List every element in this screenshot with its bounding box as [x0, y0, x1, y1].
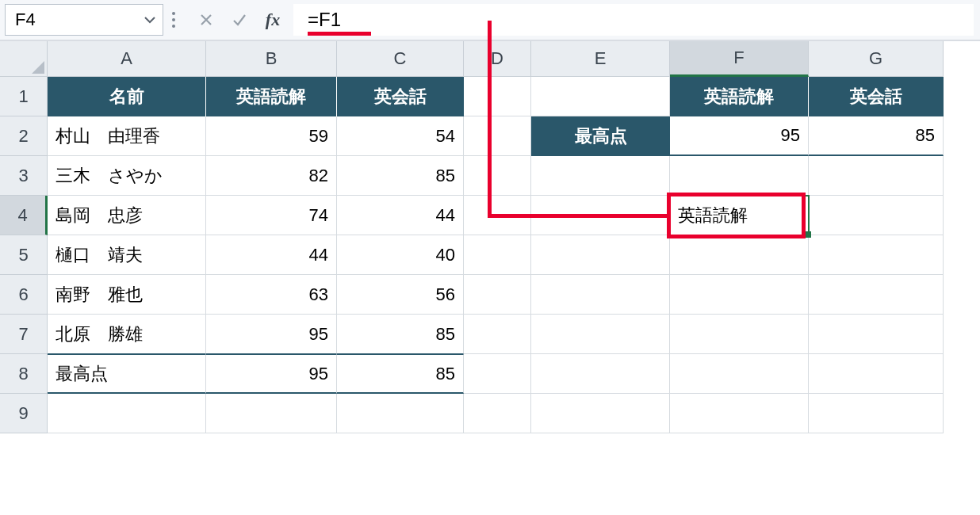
cell-D3[interactable] [464, 156, 531, 196]
cell-D7[interactable] [464, 315, 531, 354]
formula-text: =F1 [308, 9, 341, 31]
column-header-B[interactable]: B [206, 41, 337, 77]
column-header-A[interactable]: A [48, 41, 206, 77]
cell-C9[interactable] [337, 394, 464, 433]
cell-B3[interactable]: 82 [206, 156, 337, 196]
cell-F7[interactable] [670, 315, 809, 354]
cell-B2[interactable]: 59 [206, 116, 337, 156]
cell-F2[interactable]: 95 [670, 116, 809, 156]
cell-F5[interactable] [670, 235, 809, 275]
cell-C1[interactable]: 英会話 [337, 77, 464, 116]
cell-A8[interactable]: 最高点 [48, 354, 206, 394]
cell-C8[interactable]: 85 [337, 354, 464, 394]
row-header-6[interactable]: 6 [0, 275, 48, 315]
select-all-corner[interactable] [0, 41, 48, 77]
cell-D6[interactable] [464, 275, 531, 315]
vertical-dots-icon[interactable] [168, 12, 179, 28]
formula-input[interactable]: =F1 [293, 4, 974, 36]
name-box-value: F4 [15, 10, 36, 30]
cell-A6[interactable]: 南野 雅也 [48, 275, 206, 315]
cell-C4[interactable]: 44 [337, 196, 464, 235]
cell-B9[interactable] [206, 394, 337, 433]
cell-G1[interactable]: 英会話 [809, 77, 944, 116]
insert-function-button[interactable]: fx [257, 4, 289, 36]
cell-C2[interactable]: 54 [337, 116, 464, 156]
cell-F8[interactable] [670, 354, 809, 394]
cell-C7[interactable]: 85 [337, 315, 464, 354]
cell-A9[interactable] [48, 394, 206, 433]
column-header-E[interactable]: E [531, 41, 670, 77]
formula-bar: F4 fx =F1 [0, 0, 980, 41]
cell-B8[interactable]: 95 [206, 354, 337, 394]
column-header-G[interactable]: G [809, 41, 944, 77]
cell-B7[interactable]: 95 [206, 315, 337, 354]
cell-D8[interactable] [464, 354, 531, 394]
cell-G2[interactable]: 85 [809, 116, 944, 156]
cell-E9[interactable] [531, 394, 670, 433]
cell-D1[interactable] [464, 77, 531, 116]
cell-C5[interactable]: 40 [337, 235, 464, 275]
fx-icon: fx [266, 10, 280, 30]
cell-F4[interactable]: 英語読解 [670, 196, 809, 235]
row-header-1[interactable]: 1 [0, 77, 48, 116]
fill-handle[interactable] [805, 231, 811, 238]
cell-E1[interactable] [531, 77, 670, 116]
cell-B4[interactable]: 74 [206, 196, 337, 235]
cell-A2[interactable]: 村山 由理香 [48, 116, 206, 156]
cell-G6[interactable] [809, 275, 944, 315]
cell-G3[interactable] [809, 156, 944, 196]
row-header-5[interactable]: 5 [0, 235, 48, 275]
cell-D2[interactable] [464, 116, 531, 156]
enter-formula-button[interactable] [224, 4, 255, 36]
cell-E2[interactable]: 最高点 [531, 116, 670, 156]
chevron-down-icon[interactable] [140, 10, 159, 29]
cell-A1[interactable]: 名前 [48, 77, 206, 116]
cell-B5[interactable]: 44 [206, 235, 337, 275]
spreadsheet-grid[interactable]: ABCDEFG 123456789 名前英語読解英会話村山 由理香5954三木 … [0, 41, 980, 515]
column-headers: ABCDEFG [48, 41, 944, 77]
cell-E6[interactable] [531, 275, 670, 315]
cell-E5[interactable] [531, 235, 670, 275]
cell-A4[interactable]: 島岡 忠彦 [48, 196, 206, 235]
cell-F1[interactable]: 英語読解 [670, 77, 809, 116]
row-header-2[interactable]: 2 [0, 116, 48, 156]
cell-E8[interactable] [531, 354, 670, 394]
cell-E3[interactable] [531, 156, 670, 196]
row-header-9[interactable]: 9 [0, 394, 48, 433]
cell-F3[interactable] [670, 156, 809, 196]
row-header-7[interactable]: 7 [0, 315, 48, 354]
name-box[interactable]: F4 [5, 4, 163, 36]
cell-G8[interactable] [809, 354, 944, 394]
cell-E7[interactable] [531, 315, 670, 354]
cell-A3[interactable]: 三木 さやか [48, 156, 206, 196]
cell-F9[interactable] [670, 394, 809, 433]
cell-D9[interactable] [464, 394, 531, 433]
column-header-C[interactable]: C [337, 41, 464, 77]
row-headers: 123456789 [0, 77, 48, 433]
cell-C3[interactable]: 85 [337, 156, 464, 196]
cell-G7[interactable] [809, 315, 944, 354]
cell-G4[interactable] [809, 196, 944, 235]
row-header-8[interactable]: 8 [0, 354, 48, 394]
cell-G9[interactable] [809, 394, 944, 433]
cell-A5[interactable]: 樋口 靖夫 [48, 235, 206, 275]
row-header-3[interactable]: 3 [0, 156, 48, 196]
cell-C6[interactable]: 56 [337, 275, 464, 315]
row-header-4[interactable]: 4 [0, 196, 48, 235]
cell-E4[interactable] [531, 196, 670, 235]
cell-D4[interactable] [464, 196, 531, 235]
cell-D5[interactable] [464, 235, 531, 275]
cell-B1[interactable]: 英語読解 [206, 77, 337, 116]
red-underline-annotation [308, 32, 371, 36]
cell-A7[interactable]: 北原 勝雄 [48, 315, 206, 354]
cell-F6[interactable] [670, 275, 809, 315]
column-header-F[interactable]: F [670, 41, 809, 77]
column-header-D[interactable]: D [464, 41, 531, 77]
cell-B6[interactable]: 63 [206, 275, 337, 315]
cell-G5[interactable] [809, 235, 944, 275]
cancel-formula-button[interactable] [190, 4, 222, 36]
